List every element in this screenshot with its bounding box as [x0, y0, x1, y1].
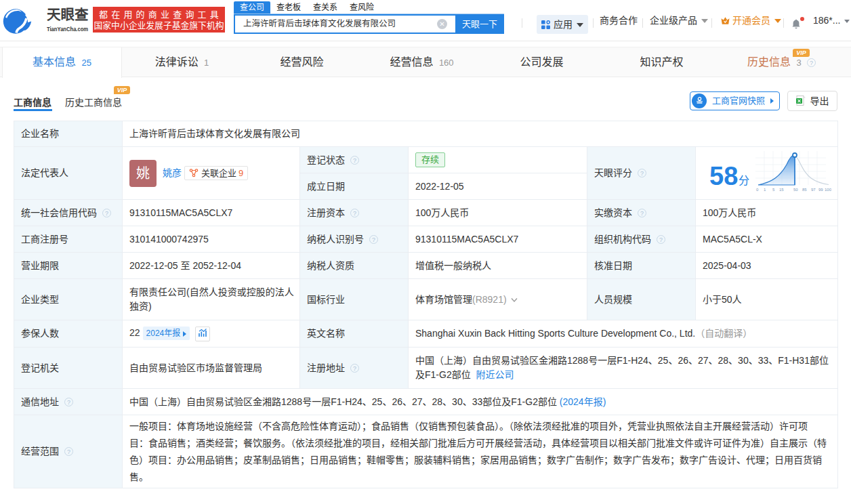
svg-text:50: 50	[793, 188, 798, 192]
svg-text:0: 0	[756, 188, 759, 192]
svg-text:15: 15	[779, 188, 784, 192]
svg-text:5: 5	[772, 188, 775, 192]
svg-text:100: 100	[825, 188, 831, 192]
svg-text:99: 99	[818, 188, 823, 192]
svg-text:1: 1	[764, 188, 766, 192]
svg-text:85: 85	[802, 188, 807, 192]
svg-text:97: 97	[811, 188, 816, 192]
